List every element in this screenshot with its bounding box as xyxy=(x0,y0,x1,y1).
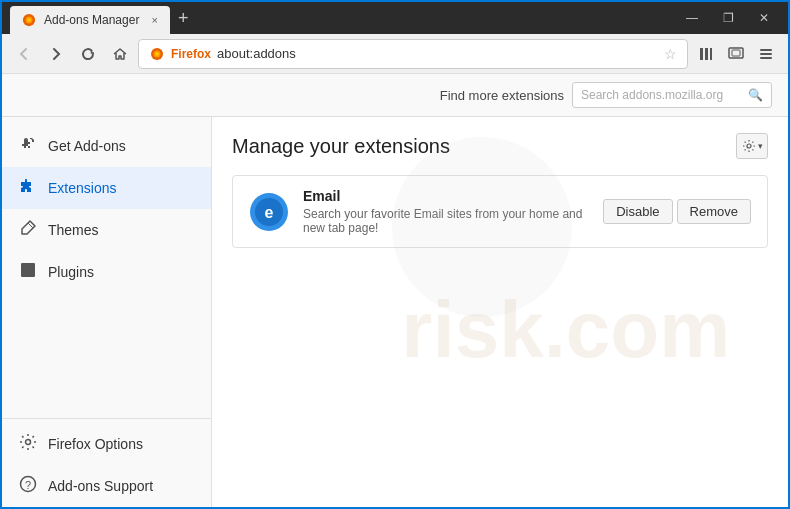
options-gear-icon xyxy=(18,433,38,455)
svg-point-18 xyxy=(747,144,751,148)
find-more-label: Find more extensions xyxy=(440,88,564,103)
reading-list-icon xyxy=(698,46,714,62)
sidebar-item-plugins[interactable]: Plugins xyxy=(2,251,211,293)
svg-point-5 xyxy=(155,52,159,56)
bookmark-star[interactable]: ☆ xyxy=(664,46,677,62)
menu-button[interactable] xyxy=(752,40,780,68)
sidebar-spacer xyxy=(2,293,211,414)
svg-rect-6 xyxy=(700,48,703,60)
address-brand-label: Firefox xyxy=(171,47,211,61)
find-bar: Find more extensions Search addons.mozil… xyxy=(2,74,788,117)
title-bar: Add-ons Manager × + — ❐ ✕ xyxy=(2,2,788,34)
forward-button[interactable] xyxy=(42,40,70,68)
back-button[interactable] xyxy=(10,40,38,68)
forward-icon xyxy=(49,47,63,61)
svg-rect-7 xyxy=(705,48,708,60)
page-title: Manage your extensions xyxy=(232,135,450,158)
back-icon xyxy=(17,47,31,61)
svg-text:e: e xyxy=(265,204,274,221)
svg-point-15 xyxy=(26,440,31,445)
disable-button[interactable]: Disable xyxy=(603,199,672,224)
block-icon xyxy=(19,261,37,279)
sidebar-item-label: Extensions xyxy=(48,180,116,196)
extensions-gear-button[interactable]: ▾ xyxy=(736,133,768,159)
content-header: Manage your extensions ▾ xyxy=(232,133,768,159)
themes-icon xyxy=(18,219,38,241)
svg-point-2 xyxy=(27,18,31,22)
svg-rect-11 xyxy=(760,49,772,51)
extensions-icon xyxy=(18,177,38,199)
sidebar-bottom: Firefox Options ? Add-ons Support xyxy=(2,418,211,507)
gear-icon xyxy=(19,433,37,451)
ext-actions: Disable Remove xyxy=(603,199,751,224)
sidebar-item-addons-support[interactable]: ? Add-ons Support xyxy=(2,465,211,507)
sidebar-item-get-addons[interactable]: Get Add-ons xyxy=(2,125,211,167)
question-icon: ? xyxy=(19,475,37,493)
svg-rect-13 xyxy=(760,57,772,59)
gear-dropdown-arrow: ▾ xyxy=(758,141,763,151)
minimize-button[interactable]: — xyxy=(676,8,708,28)
ext-name: Email xyxy=(303,188,589,204)
home-icon xyxy=(113,47,127,61)
get-addons-icon xyxy=(18,135,38,157)
tab-title: Add-ons Manager xyxy=(44,13,139,27)
extension-item-email: e Email Search your favorite Email sites… xyxy=(232,175,768,248)
svg-rect-8 xyxy=(710,48,712,60)
new-tab-button[interactable]: + xyxy=(170,8,197,29)
content-area: risk.com Manage your extensions ▾ xyxy=(212,117,788,507)
watermark: risk.com xyxy=(401,284,730,376)
ext-info: Email Search your favorite Email sites f… xyxy=(303,188,589,235)
svg-rect-12 xyxy=(760,53,772,55)
tab-close-button[interactable]: × xyxy=(152,14,158,26)
sidebar-item-label: Add-ons Support xyxy=(48,478,153,494)
sidebar-item-firefox-options[interactable]: Firefox Options xyxy=(2,423,211,465)
svg-text:?: ? xyxy=(25,479,31,491)
synced-tabs-button[interactable] xyxy=(722,40,750,68)
address-bar[interactable]: Firefox about:addons ☆ xyxy=(138,39,688,69)
search-placeholder: Search addons.mozilla.org xyxy=(581,88,723,102)
firefox-logo xyxy=(149,46,165,62)
menu-icon xyxy=(758,46,774,62)
search-addons-input[interactable]: Search addons.mozilla.org 🔍 xyxy=(572,82,772,108)
window-controls: — ❐ ✕ xyxy=(676,8,780,28)
sidebar-item-extensions[interactable]: Extensions xyxy=(2,167,211,209)
active-tab[interactable]: Add-ons Manager × xyxy=(10,6,170,34)
synced-tabs-icon xyxy=(728,46,744,62)
main-content: Get Add-ons Extensions xyxy=(2,117,788,507)
search-icon: 🔍 xyxy=(748,88,763,102)
sidebar-item-label: Firefox Options xyxy=(48,436,143,452)
sidebar-item-label: Themes xyxy=(48,222,99,238)
nav-right-icons xyxy=(692,40,780,68)
brush-icon xyxy=(19,219,37,237)
nav-bar: Firefox about:addons ☆ xyxy=(2,34,788,74)
close-button[interactable]: ✕ xyxy=(748,8,780,28)
reload-icon xyxy=(81,47,95,61)
sidebar-item-label: Plugins xyxy=(48,264,94,280)
svg-rect-10 xyxy=(732,50,740,56)
email-extension-icon: e xyxy=(249,192,289,232)
address-url: about:addons xyxy=(217,46,658,61)
remove-button[interactable]: Remove xyxy=(677,199,751,224)
reload-button[interactable] xyxy=(74,40,102,68)
restore-button[interactable]: ❐ xyxy=(712,8,744,28)
reading-list-button[interactable] xyxy=(692,40,720,68)
support-icon: ? xyxy=(18,475,38,497)
sidebar: Get Add-ons Extensions xyxy=(2,117,212,507)
home-button[interactable] xyxy=(106,40,134,68)
extensions-puzzle-icon xyxy=(19,177,37,195)
tab-favicon xyxy=(22,13,36,27)
tab-area: Add-ons Manager × + xyxy=(10,2,668,34)
plugins-icon xyxy=(18,261,38,283)
sidebar-item-label: Get Add-ons xyxy=(48,138,126,154)
gear-settings-icon xyxy=(742,139,756,153)
svg-rect-14 xyxy=(21,263,35,277)
puzzle-icon xyxy=(19,135,37,153)
sidebar-item-themes[interactable]: Themes xyxy=(2,209,211,251)
browser-frame: Add-ons Manager × + — ❐ ✕ xyxy=(0,0,790,509)
ext-description: Search your favorite Email sites from yo… xyxy=(303,207,589,235)
